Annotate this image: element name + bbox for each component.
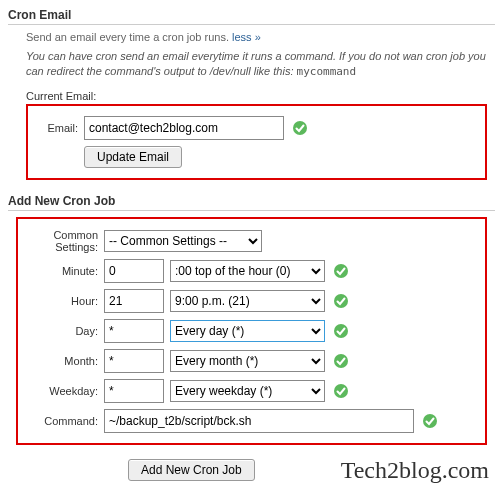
desc-code: mycommand bbox=[297, 65, 357, 78]
check-icon bbox=[333, 293, 349, 309]
command-input[interactable] bbox=[104, 409, 414, 433]
month-select[interactable]: Every month (*) bbox=[170, 350, 325, 372]
command-label: Command: bbox=[28, 415, 104, 427]
svg-point-0 bbox=[293, 121, 307, 135]
intro-text: Send an email every time a cron job runs… bbox=[26, 31, 232, 43]
month-input[interactable] bbox=[104, 349, 164, 373]
watermark-text: Tech2blog.com bbox=[8, 457, 489, 484]
weekday-label: Weekday: bbox=[28, 385, 104, 397]
current-email-label: Current Email: bbox=[26, 90, 495, 102]
minute-label: Minute: bbox=[28, 265, 104, 277]
email-label: Email: bbox=[38, 122, 84, 134]
check-icon bbox=[292, 120, 308, 136]
add-cron-heading: Add New Cron Job bbox=[8, 194, 495, 211]
check-icon bbox=[333, 353, 349, 369]
svg-point-4 bbox=[334, 354, 348, 368]
desc-text: You can have cron send an email everytim… bbox=[26, 50, 486, 77]
minute-select[interactable]: :00 top of the hour (0) bbox=[170, 260, 325, 282]
cron-form-box: Common Settings: -- Common Settings -- M… bbox=[16, 217, 487, 445]
common-settings-select[interactable]: -- Common Settings -- bbox=[104, 230, 262, 252]
check-icon bbox=[333, 323, 349, 339]
check-icon bbox=[422, 413, 438, 429]
svg-point-1 bbox=[334, 264, 348, 278]
email-input[interactable] bbox=[84, 116, 284, 140]
check-icon bbox=[333, 263, 349, 279]
weekday-select[interactable]: Every weekday (*) bbox=[170, 380, 325, 402]
cron-email-heading: Cron Email bbox=[8, 8, 495, 25]
cron-email-desc: You can have cron send an email everytim… bbox=[26, 49, 495, 80]
email-form-box: Email: Update Email bbox=[26, 104, 487, 180]
day-select[interactable]: Every day (*) bbox=[170, 320, 325, 342]
weekday-input[interactable] bbox=[104, 379, 164, 403]
hour-select[interactable]: 9:00 p.m. (21) bbox=[170, 290, 325, 312]
day-input[interactable] bbox=[104, 319, 164, 343]
update-email-button[interactable]: Update Email bbox=[84, 146, 182, 168]
common-settings-label: Common Settings: bbox=[28, 229, 104, 253]
hour-input[interactable] bbox=[104, 289, 164, 313]
day-label: Day: bbox=[28, 325, 104, 337]
svg-point-5 bbox=[334, 384, 348, 398]
less-link[interactable]: less » bbox=[232, 31, 261, 43]
svg-point-3 bbox=[334, 324, 348, 338]
month-label: Month: bbox=[28, 355, 104, 367]
svg-point-2 bbox=[334, 294, 348, 308]
cron-email-intro: Send an email every time a cron job runs… bbox=[26, 31, 495, 43]
hour-label: Hour: bbox=[28, 295, 104, 307]
svg-point-6 bbox=[423, 414, 437, 428]
minute-input[interactable] bbox=[104, 259, 164, 283]
check-icon bbox=[333, 383, 349, 399]
